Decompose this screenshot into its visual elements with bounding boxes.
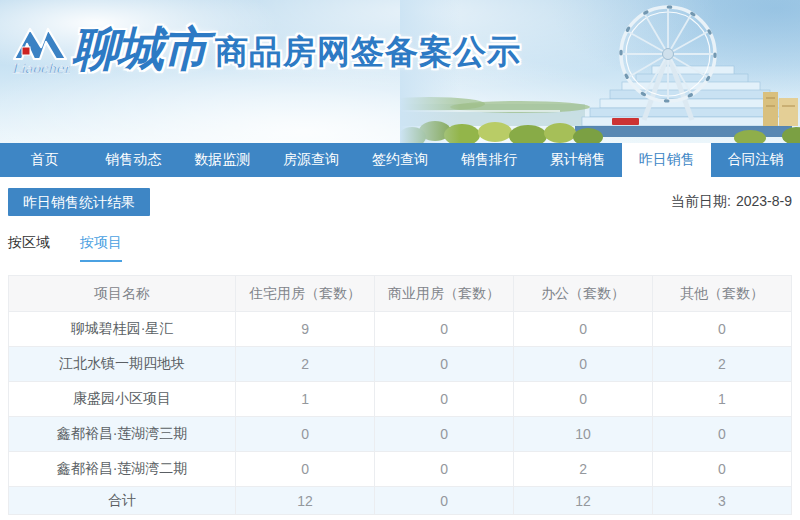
table-row: 康盛园小区项目1001 xyxy=(9,382,792,417)
nav-item-contract-search[interactable]: 签约查询 xyxy=(356,143,445,177)
main-nav: 首页销售动态数据监测房源查询签约查询销售排行累计销售昨日销售合同注销 xyxy=(0,143,800,177)
liaocheng-logo-icon: Liaocheng xyxy=(10,21,70,79)
table-row: 聊城碧桂园·星汇9000 xyxy=(9,312,792,347)
value-cell: 10 xyxy=(514,417,653,452)
value-cell: 0 xyxy=(653,312,792,347)
table-row: 鑫都裕昌·莲湖湾二期0020 xyxy=(9,452,792,487)
content: 昨日销售统计结果 当前日期:2023-8-9 按区域按项目 项目名称住宅用房（套… xyxy=(0,188,800,515)
nav-item-home[interactable]: 首页 xyxy=(0,143,89,177)
value-cell: 0 xyxy=(514,382,653,417)
column-header-0: 项目名称 xyxy=(9,276,236,312)
tab-by-project[interactable]: 按项目 xyxy=(80,234,122,262)
nav-item-housing-search[interactable]: 房源查询 xyxy=(267,143,356,177)
section-head: 昨日销售统计结果 当前日期:2023-8-9 xyxy=(8,188,792,216)
column-header-3: 办公（套数） xyxy=(514,276,653,312)
tab-by-region[interactable]: 按区域 xyxy=(8,234,50,262)
header-row: 项目名称住宅用房（套数）商业用房（套数）办公（套数）其他（套数） xyxy=(9,276,792,312)
value-cell: 2 xyxy=(236,347,375,382)
site-header: Liaocheng 聊城市 商品房网签备案公示 xyxy=(0,0,800,143)
site-title: 商品房网签备案公示 xyxy=(215,30,521,75)
value-cell: 0 xyxy=(375,417,514,452)
value-cell: 0 xyxy=(375,382,514,417)
value-cell: 0 xyxy=(375,452,514,487)
brand: Liaocheng 聊城市 商品房网签备案公示 xyxy=(10,18,521,81)
current-date-value: 2023-8-9 xyxy=(736,193,792,209)
value-cell: 1 xyxy=(653,382,792,417)
value-cell: 0 xyxy=(653,452,792,487)
nav-item-cumulative-sales[interactable]: 累计销售 xyxy=(533,143,622,177)
value-cell: 1 xyxy=(236,382,375,417)
project-name-cell: 合计 xyxy=(9,487,236,515)
column-header-4: 其他（套数） xyxy=(653,276,792,312)
nav-item-yesterday-sales[interactable]: 昨日销售 xyxy=(622,143,711,177)
project-name-cell: 康盛园小区项目 xyxy=(9,382,236,417)
section-title-badge: 昨日销售统计结果 xyxy=(8,188,150,216)
nav-item-data-monitor[interactable]: 数据监测 xyxy=(178,143,267,177)
logo-script-text: Liaocheng xyxy=(12,61,70,76)
table-row: 江北水镇一期四地块2002 xyxy=(9,347,792,382)
table-body: 聊城碧桂园·星汇9000江北水镇一期四地块2002康盛园小区项目1001鑫都裕昌… xyxy=(9,312,792,515)
page: Liaocheng 聊城市 商品房网签备案公示 首页销售动态数据监测房源查询签约… xyxy=(0,0,800,515)
value-cell: 2 xyxy=(514,452,653,487)
value-cell: 0 xyxy=(236,417,375,452)
view-tabs: 按区域按项目 xyxy=(8,234,792,262)
nav-item-contract-cancel[interactable]: 合同注销 xyxy=(711,143,800,177)
value-cell: 0 xyxy=(514,347,653,382)
table-head: 项目名称住宅用房（套数）商业用房（套数）办公（套数）其他（套数） xyxy=(9,276,792,312)
value-cell: 3 xyxy=(653,487,792,515)
value-cell: 0 xyxy=(514,312,653,347)
column-header-1: 住宅用房（套数） xyxy=(236,276,375,312)
nav-item-sales-ranking[interactable]: 销售排行 xyxy=(444,143,533,177)
value-cell: 2 xyxy=(653,347,792,382)
value-cell: 0 xyxy=(653,417,792,452)
table-row: 鑫都裕昌·莲湖湾三期00100 xyxy=(9,417,792,452)
value-cell: 12 xyxy=(236,487,375,515)
current-date: 当前日期:2023-8-9 xyxy=(671,193,792,211)
project-name-cell: 鑫都裕昌·莲湖湾二期 xyxy=(9,452,236,487)
value-cell: 0 xyxy=(375,312,514,347)
value-cell: 9 xyxy=(236,312,375,347)
column-header-2: 商业用房（套数） xyxy=(375,276,514,312)
yesterday-sales-table: 项目名称住宅用房（套数）商业用房（套数）办公（套数）其他（套数） 聊城碧桂园·星… xyxy=(8,275,792,515)
value-cell: 12 xyxy=(514,487,653,515)
value-cell: 0 xyxy=(236,452,375,487)
project-name-cell: 鑫都裕昌·莲湖湾三期 xyxy=(9,417,236,452)
project-name-cell: 聊城碧桂园·星汇 xyxy=(9,312,236,347)
city-name: 聊城市 xyxy=(72,18,207,81)
current-date-label: 当前日期: xyxy=(671,193,731,209)
value-cell: 0 xyxy=(375,487,514,515)
table-row-total: 合计120123 xyxy=(9,487,792,515)
value-cell: 0 xyxy=(375,347,514,382)
nav-item-sales-activity[interactable]: 销售动态 xyxy=(89,143,178,177)
project-name-cell: 江北水镇一期四地块 xyxy=(9,347,236,382)
